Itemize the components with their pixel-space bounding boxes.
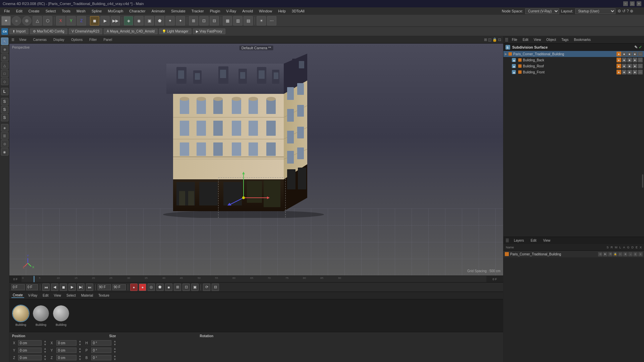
layer-icon-xpresso[interactable]: X [638, 252, 643, 256]
mat-menu-material[interactable]: Material [80, 293, 95, 298]
toolbar-display2[interactable]: ▥ [233, 16, 243, 25]
pb-auto-record[interactable]: ● [139, 284, 146, 291]
vp-view[interactable]: View [17, 38, 29, 42]
mat-menu-edit[interactable]: Edit [41, 293, 50, 298]
c4d-logo[interactable]: C4 [1, 28, 8, 35]
layer-row-paris[interactable]: Paris_Corner_Traditional_Building ◎ ▶ ☰ … [503, 251, 644, 257]
back-icon-4[interactable]: ■ [633, 58, 637, 62]
front-icon-1[interactable]: ■ [616, 70, 621, 74]
plugin-import[interactable]: ⬆ Import [9, 28, 29, 34]
plugin-light-manager[interactable]: 💡 Light Manager [159, 28, 192, 34]
vp-icon-expand[interactable]: ⊡ [498, 38, 501, 42]
toolbar-poly-mode[interactable]: ▣ [145, 16, 154, 25]
sidebar-icon-L[interactable]: L [1, 88, 8, 95]
minimize-btn[interactable]: − [623, 1, 628, 6]
obj-menu-bookmarks[interactable]: Bookmarks [572, 38, 593, 42]
start-frame-input[interactable] [98, 284, 111, 290]
pb-next-frame[interactable]: ▶| [77, 284, 85, 291]
vp-filter[interactable]: Filter [87, 38, 99, 42]
sidebar-icon-circle[interactable]: ⊙ [1, 140, 8, 147]
vp-cameras[interactable]: Cameras [31, 38, 49, 42]
timeline-ruler[interactable]: 0 5 10 15 20 25 30 35 40 45 50 55 60 65 … [21, 276, 486, 282]
paris-icon-2[interactable]: ■ [622, 52, 627, 56]
menu-edit[interactable]: Edit [13, 8, 25, 14]
back-icon-3[interactable]: ■ [627, 58, 632, 62]
layer-icon-deform[interactable]: ⟐ [628, 252, 633, 256]
toolbar-move-tool[interactable]: ✦ [1, 16, 11, 25]
sidebar-icon-2[interactable]: ⊕ [1, 46, 8, 53]
toolbar-uv-mode[interactable]: ⬟ [155, 16, 164, 25]
material-3[interactable]: Building [52, 305, 70, 326]
obj-menu-tags[interactable]: Tags [559, 38, 571, 42]
vp-icon-layout2[interactable]: ◫ [488, 38, 491, 42]
toolbar-display3[interactable]: ▤ [244, 16, 253, 25]
material-2[interactable]: Building [32, 305, 50, 326]
sidebar-icon-S2[interactable]: S [1, 106, 8, 113]
paris-icon-5[interactable]: ⋯ [638, 52, 643, 56]
plugin-vray-fastproxy[interactable]: ▶ Vray FastProxy [193, 28, 225, 34]
pb-go-start[interactable]: ⏮ [42, 284, 50, 291]
layer-icon-anim[interactable]: ▷ [618, 252, 623, 256]
sidebar-icon-dot[interactable]: ◉ [1, 148, 8, 156]
size-y-arrows[interactable]: ▲ ▼ [78, 347, 82, 354]
sidebar-icon-3[interactable]: ◎ [1, 54, 8, 61]
layers-btn[interactable]: Layers [512, 238, 526, 243]
rot-p-input[interactable] [91, 348, 111, 353]
pos-y-arrows[interactable]: ▲ ▼ [44, 347, 47, 354]
viewport[interactable]: Perspective Default Camera ** Grid Spaci… [9, 44, 503, 276]
sidebar-icon-5[interactable]: □ [1, 70, 8, 77]
pb-prev-frame[interactable]: ◀ [51, 284, 58, 291]
back-icon-5[interactable]: ⋯ [638, 58, 643, 62]
pb-play[interactable]: ▶ [68, 284, 76, 291]
layers-view-btn[interactable]: View [541, 238, 552, 243]
toolbar-render-view[interactable]: ▶ [100, 16, 110, 25]
roof-icon-5[interactable]: ⋯ [638, 64, 643, 68]
menu-mograph[interactable]: MoGraph [105, 8, 126, 14]
front-icon-4[interactable]: ■ [633, 70, 637, 74]
toolbar-render-all[interactable]: ▶▶ [111, 16, 120, 25]
pos-x-arrows[interactable]: ▲ ▼ [44, 340, 47, 346]
pb-extra4[interactable]: ⊟ [212, 284, 219, 291]
pos-x-input[interactable] [18, 340, 42, 346]
obj-menu-object[interactable]: Object [544, 38, 558, 42]
mat-menu-texture[interactable]: Texture [97, 293, 111, 298]
vp-panel[interactable]: Panel [102, 38, 114, 42]
pos-z-input[interactable] [18, 355, 42, 360]
pb-record[interactable]: ● [130, 284, 138, 291]
mat-menu-vray[interactable]: V-Ray [27, 293, 39, 298]
front-icon-2[interactable]: ■ [622, 70, 627, 74]
layers-edit-btn[interactable]: Edit [529, 238, 538, 243]
sidebar-icon-6[interactable]: ◇ [1, 78, 8, 85]
vp-icon-lock[interactable]: 🔒 [492, 38, 497, 42]
obj-row-roof[interactable]: ▲ Building_Roof ■ ■ ■ ■ ⋯ [503, 63, 644, 69]
rot-h-input[interactable] [91, 340, 111, 346]
roof-icon-1[interactable]: ■ [616, 64, 621, 68]
pb-bookmark[interactable]: ■ [165, 284, 172, 291]
layout-select[interactable]: Startup (User) [575, 8, 615, 14]
layer-icon-render[interactable]: ▶ [603, 252, 607, 256]
toolbar-tool3[interactable]: △ [33, 16, 42, 25]
mat-menu-view[interactable]: View [52, 293, 62, 298]
obj-row-front[interactable]: ▲ Building_Front ■ ■ ■ ■ ⋯ [503, 69, 644, 75]
back-icon-1[interactable]: ■ [616, 58, 621, 62]
obj-manager-menu-icon[interactable]: ☰ [505, 38, 508, 42]
roof-icon-2[interactable]: ■ [622, 64, 627, 68]
vp-icon-layout[interactable]: ⊞ [484, 38, 487, 42]
menu-arnold[interactable]: Arnold [239, 8, 256, 14]
menu-tools[interactable]: Tools [59, 8, 73, 14]
toolbar-z-axis[interactable]: Z [77, 16, 86, 25]
layer-icon-manager[interactable]: ☰ [608, 252, 612, 256]
toolbar-extras[interactable]: ⋯ [267, 16, 276, 25]
size-x-arrows[interactable]: ▲ ▼ [78, 340, 82, 346]
sidebar-select-tool[interactable]: ↖ [1, 38, 8, 45]
rot-b-arrows[interactable]: ▲ ▼ [113, 354, 117, 361]
maximize-btn[interactable]: □ [630, 1, 635, 6]
obj-row-back[interactable]: ▲ Building_Back ■ ■ ■ ■ ⋯ [503, 57, 644, 63]
mat-menu-create[interactable]: Create [11, 293, 24, 298]
mat-menu-select[interactable]: Select [65, 293, 77, 298]
obj-menu-edit[interactable]: Edit [521, 38, 530, 42]
toolbar-rotate-tool[interactable]: ○ [12, 16, 21, 25]
obj-menu-file[interactable]: File [510, 38, 519, 42]
material-1[interactable]: Building [12, 305, 30, 326]
rot-b-input[interactable] [91, 355, 111, 360]
